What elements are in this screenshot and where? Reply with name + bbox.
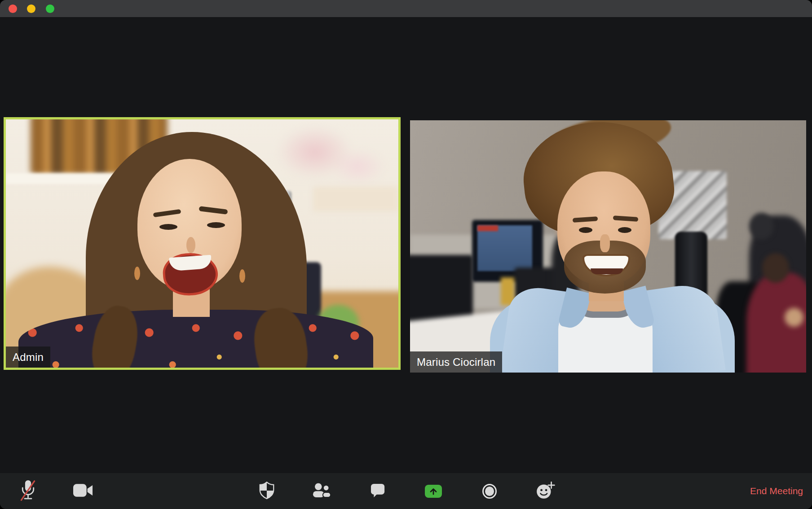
nose: [600, 234, 610, 252]
video-tile-admin[interactable]: Admin: [4, 117, 401, 370]
security-button[interactable]: [254, 478, 279, 504]
screen-red-bar: [477, 225, 498, 231]
mouth-shadow: [591, 268, 623, 274]
smiley-plus-icon: [536, 481, 556, 502]
coworker-head: [762, 253, 789, 283]
floral-dress: [18, 310, 373, 370]
eye: [207, 222, 225, 228]
titlebar: [0, 0, 812, 17]
participant-name-label: Admin: [6, 347, 50, 368]
video-tile-marius[interactable]: Marius Ciocirlan: [410, 120, 806, 373]
shield-icon: [259, 482, 274, 501]
maximize-window-button[interactable]: [46, 4, 54, 13]
monitor-screen: [477, 225, 532, 271]
marius-video-art: [410, 120, 806, 373]
screen: Admin: [0, 0, 812, 509]
microphone-muted-icon: [20, 479, 36, 503]
earring: [134, 267, 140, 280]
right-shelf: [313, 187, 398, 211]
share-screen-button[interactable]: [421, 478, 446, 504]
participants-button[interactable]: [309, 478, 335, 504]
eye: [618, 227, 631, 233]
record-button[interactable]: [477, 478, 502, 504]
chat-button[interactable]: [365, 478, 390, 504]
chat-bubble-icon: [371, 483, 385, 499]
minimize-window-button[interactable]: [27, 4, 35, 13]
reactions-button[interactable]: [533, 478, 558, 504]
admin-video-art: [6, 119, 398, 368]
participant-name-label: Marius Ciocirlan: [410, 351, 502, 373]
eye: [579, 227, 592, 233]
nose: [186, 237, 195, 253]
app-window: Admin: [0, 0, 812, 509]
coworker-head: [749, 213, 774, 240]
end-meeting-button[interactable]: End Meeting: [750, 473, 803, 509]
video-camera-icon: [73, 483, 93, 499]
record-circle-icon: [482, 484, 497, 499]
close-window-button[interactable]: [9, 4, 17, 13]
participants-icon: [313, 483, 331, 500]
stop-video-button[interactable]: [71, 478, 96, 504]
pink-jars: [277, 126, 385, 184]
earring: [239, 269, 245, 283]
coworker-hand: [785, 308, 803, 327]
mute-button[interactable]: [15, 478, 40, 504]
share-up-arrow-icon: [425, 485, 442, 498]
meeting-toolbar: End Meeting: [0, 473, 812, 509]
eye: [159, 224, 177, 230]
